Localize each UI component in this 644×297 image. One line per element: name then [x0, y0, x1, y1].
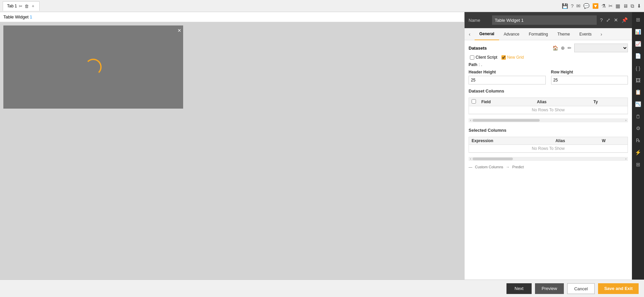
sidebar-table-icon[interactable]: ⊞: [632, 14, 644, 25]
dataset-no-rows-text: No Rows To Show: [469, 106, 628, 114]
pin-icon[interactable]: 📌: [622, 17, 628, 23]
help-icon[interactable]: ?: [571, 3, 574, 9]
selected-w-header: W: [599, 137, 628, 145]
tab-prev-button[interactable]: ‹: [465, 28, 475, 40]
panel-header-icons: ? ⤢ ✕ 📌: [600, 17, 628, 23]
cancel-button[interactable]: Cancel: [567, 283, 595, 294]
download-icon[interactable]: ⬇: [637, 3, 641, 9]
sidebar-grid-plus-icon[interactable]: ⊞: [632, 159, 644, 170]
new-grid-checkbox[interactable]: [501, 55, 506, 60]
sidebar-line-chart-icon[interactable]: 📈: [632, 38, 644, 50]
save-exit-button[interactable]: Save and Exit: [598, 283, 639, 294]
sidebar-image-icon[interactable]: 🖼: [632, 74, 644, 86]
canvas-widget-area: ×: [0, 22, 464, 280]
checkbox-row: Client Script New Grid: [469, 55, 628, 60]
tab-next-button[interactable]: ›: [596, 28, 606, 40]
height-row: Header Height Row Height: [469, 70, 628, 84]
dataset-select-all-checkbox[interactable]: [472, 99, 476, 104]
panel-close-icon[interactable]: ✕: [614, 17, 618, 23]
dataset-columns-table-container: Field Alias Ty No Rows To Show: [469, 98, 628, 114]
selected-alias-header: Alias: [553, 137, 599, 145]
sidebar-gear-icon[interactable]: ⚙: [632, 123, 644, 134]
selected-columns-table-container: Expression Alias W No Rows To Show: [469, 137, 628, 153]
header-height-label: Header Height: [469, 70, 546, 74]
sidebar-file3-icon[interactable]: 🗒: [632, 111, 644, 122]
selected-columns-title: Selected Columns: [469, 126, 628, 134]
panel-header: Name ? ⤢ ✕ 📌: [465, 12, 632, 28]
move-icon[interactable]: ⤢: [606, 17, 610, 23]
dataset-type-header: Ty: [591, 98, 628, 106]
datasets-edit-icon[interactable]: ✏: [568, 45, 572, 51]
window-icon[interactable]: ⧉: [631, 3, 634, 9]
sidebar-bar-chart-icon[interactable]: 📊: [632, 26, 644, 38]
filter-icon[interactable]: 🔽: [592, 3, 599, 9]
new-grid-label[interactable]: New Grid: [501, 55, 524, 60]
selected-no-rows-text: No Rows To Show: [469, 145, 628, 153]
tab-item[interactable]: Tab 1 ✂ 🗑 ＋: [3, 1, 40, 11]
tab-advance[interactable]: Advance: [499, 28, 524, 40]
datasets-select[interactable]: [574, 44, 628, 52]
selected-columns-scrollbar[interactable]: ‹ ›: [469, 157, 628, 161]
canvas-area: Table Widget 1 ×: [0, 12, 464, 280]
sidebar-chart2-icon[interactable]: 📉: [632, 99, 644, 110]
datasets-home-icon[interactable]: 🏠: [552, 45, 558, 51]
save-icon[interactable]: 💾: [562, 3, 568, 9]
top-bar: Tab 1 ✂ 🗑 ＋ 💾 ? ✉ 💬 🔽 ⚗ ✂ ▦ 🖥 ⧉ ⬇: [0, 0, 644, 12]
next-button[interactable]: Next: [506, 283, 532, 294]
canvas-title-text: Table Widget 1: [3, 14, 32, 19]
tab-general[interactable]: General: [475, 28, 499, 40]
dataset-no-rows-row: No Rows To Show: [469, 106, 628, 114]
plus-icon[interactable]: ＋: [31, 3, 35, 9]
header-height-input[interactable]: [469, 76, 546, 84]
sidebar-file2-icon[interactable]: 📋: [632, 86, 644, 98]
mail-icon[interactable]: ✉: [576, 3, 581, 9]
dataset-columns-scrollbar[interactable]: ‹ ›: [469, 118, 628, 122]
header-height-group: Header Height: [469, 70, 546, 84]
dataset-field-header: Field: [479, 98, 534, 106]
row-height-input[interactable]: [551, 76, 628, 84]
datasets-row: Datasets 🏠 ⊕ ✏: [469, 44, 628, 52]
table-icon-top[interactable]: ▦: [615, 3, 620, 9]
scroll-left-arrow[interactable]: ‹: [469, 118, 473, 122]
tab-events[interactable]: Events: [575, 28, 596, 40]
client-script-label[interactable]: Client Script: [470, 55, 497, 60]
sidebar-file-icon[interactable]: 📄: [632, 50, 644, 62]
chat-icon[interactable]: 💬: [583, 3, 590, 9]
sidebar-rx-icon[interactable]: ℞: [632, 135, 644, 146]
scroll2-right-arrow[interactable]: ›: [624, 157, 628, 161]
path-label: Path: [469, 62, 477, 67]
name-input[interactable]: [492, 15, 597, 25]
arrow-icon: →: [506, 165, 509, 169]
tab-formatting[interactable]: Formatting: [524, 28, 552, 40]
top-bar-right-icons: 💾 ? ✉ 💬 🔽 ⚗ ✂ ▦ 🖥 ⧉ ⬇: [562, 3, 641, 9]
right-panel: Name ? ⤢ ✕ 📌 ‹ General Advance Formattin…: [464, 12, 632, 280]
name-label: Name: [469, 18, 489, 23]
widget-close-button[interactable]: ×: [177, 27, 181, 34]
dataset-col-checkbox-header: [469, 98, 479, 106]
sidebar-lightning-icon[interactable]: ⚡: [632, 147, 644, 158]
preview-button[interactable]: Preview: [535, 283, 564, 294]
custom-columns-row: — Custom Columns → Predict: [469, 165, 628, 169]
scissors-icon[interactable]: ✂: [19, 4, 22, 9]
trash-icon[interactable]: 🗑: [24, 4, 29, 9]
monitor-icon[interactable]: 🖥: [623, 3, 628, 9]
client-script-checkbox[interactable]: [470, 55, 474, 60]
canvas-title-bar: Table Widget 1: [0, 12, 464, 22]
help-panel-icon[interactable]: ?: [600, 17, 603, 23]
tab-label: Tab 1: [7, 4, 17, 8]
selected-no-rows-row: No Rows To Show: [469, 145, 628, 153]
panel-body: Datasets 🏠 ⊕ ✏ Client Script: [465, 40, 632, 280]
datasets-label: Datasets: [469, 46, 487, 51]
scroll-right-arrow[interactable]: ›: [624, 118, 628, 122]
selected-expr-header: Expression: [469, 137, 553, 145]
dataset-columns-title: Dataset Columns: [469, 87, 628, 95]
filter2-icon[interactable]: ⚗: [601, 3, 606, 9]
sidebar-bracket-icon[interactable]: { }: [632, 62, 644, 74]
scrollbar2-thumb: [473, 158, 513, 160]
cut-icon[interactable]: ✂: [608, 3, 613, 9]
tab-theme[interactable]: Theme: [553, 28, 575, 40]
scroll2-left-arrow[interactable]: ‹: [469, 157, 473, 161]
right-sidebar: ⊞ 📊 📈 📄 { } 🖼 📋 📉 🗒 ⚙ ℞ ⚡ ⊞: [632, 12, 644, 280]
datasets-plus-icon[interactable]: ⊕: [561, 45, 565, 51]
minus-icon: —: [469, 165, 472, 169]
